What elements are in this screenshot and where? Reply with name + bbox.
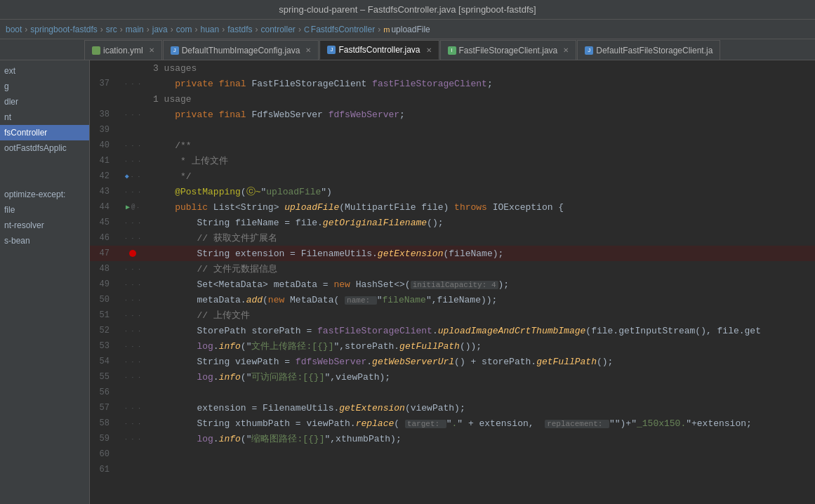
code-line-57: 57 · · · extension = FilenameUtils.getEx… <box>90 400 815 416</box>
sidebar-item-ext[interactable]: ext <box>0 63 89 79</box>
breadcrumb-huan[interactable]: huan <box>200 25 219 34</box>
tab-default-fast-file[interactable]: J DefaultFastFileStorageClient.ja <box>577 40 720 60</box>
breakpoint-icon[interactable] <box>129 250 136 257</box>
sidebar-item-file[interactable]: file <box>0 202 89 218</box>
interface-icon: I <box>448 46 456 55</box>
code-line-37: 37 · · · private final FastFileStorageCl… <box>90 76 815 91</box>
breadcrumb-main[interactable]: main <box>126 25 144 34</box>
gutter-dots: · · · <box>124 281 141 288</box>
code-line-56: 56 <box>90 385 815 400</box>
code-line-52: 52 · · · StorePath storePath = fastFileS… <box>90 323 815 338</box>
java-icon: J <box>327 46 336 54</box>
usage-hint-37: 3 usages <box>90 60 815 76</box>
gutter-dots: · · · <box>124 343 141 350</box>
gutter-dots: · · · <box>124 297 141 303</box>
sidebar-item-dler[interactable]: dler <box>0 94 89 110</box>
tab-label: ication.yml <box>103 46 143 55</box>
gutter-dots: · · · <box>124 436 141 442</box>
tab-bar: ication.yml ✕ J DefaultThumbImageConfig.… <box>0 39 815 60</box>
gutter-dots: · · · <box>124 220 141 226</box>
code-line-59: 59 · · · log.info("缩略图路径:[{}]",xthumbPat… <box>90 431 815 446</box>
gutter-dots: · · · <box>124 112 141 118</box>
window-title: spring-cloud-parent – FastdfsController.… <box>279 4 536 15</box>
breadcrumb-method[interactable]: uploadFile <box>391 25 430 34</box>
breadcrumb-java[interactable]: java <box>152 25 168 34</box>
breadcrumb-springboot[interactable]: springboot-fastdfs <box>30 25 97 34</box>
code-line-47: 47 String extension = FilenameUtils.getE… <box>90 246 815 261</box>
code-line-60: 60 <box>90 446 815 462</box>
code-line-48: 48 · · · // 文件元数据信息 <box>90 261 815 277</box>
gutter-dots: · · · <box>124 158 141 164</box>
code-editor[interactable]: 3 usages 37 · · · private final FastFile… <box>90 60 815 504</box>
tab-close-icon[interactable]: ✕ <box>149 46 154 54</box>
code-line-49: 49 · · · Set<MetaData> metaData = new Ha… <box>90 277 815 292</box>
gutter-dots: · · · <box>124 266 141 272</box>
method-icon: m <box>383 25 390 34</box>
usage-hint-38: 1 usage <box>90 91 815 107</box>
code-line-58: 58 · · · String xthumbPath = viewPath.re… <box>90 416 815 431</box>
breadcrumb-boot[interactable]: boot <box>6 25 22 34</box>
breadcrumb-class[interactable]: FastdfsController <box>311 25 375 34</box>
code-line-45: 45 · · · String fileName = file.getOrigi… <box>90 215 815 230</box>
code-line-54: 54 · · · String viewPath = fdfsWebServer… <box>90 354 815 369</box>
code-line-38: 38 · · · private final FdfsWebServer fdf… <box>90 107 815 122</box>
bookmark-icon: ◆ <box>125 172 129 180</box>
java-icon: J <box>171 46 179 55</box>
tab-label: FastFileStorageClient.java <box>459 46 558 55</box>
breadcrumb-controller[interactable]: controller <box>261 25 296 34</box>
gutter-dots: · · <box>131 173 140 180</box>
gutter-dots: · · · <box>124 359 141 365</box>
run-icon[interactable]: ▶ <box>126 203 130 211</box>
sidebar-item-bean[interactable]: s-bean <box>0 233 89 248</box>
tab-fast-file-storage[interactable]: I FastFileStorageClient.java ✕ <box>440 40 577 60</box>
sidebar-item-nt[interactable]: nt <box>0 110 89 125</box>
gutter-dots: · · · <box>124 81 141 87</box>
gutter-dots: · · · <box>124 420 141 427</box>
breadcrumb-bar: boot › springboot-fastdfs › src › main ›… <box>0 20 815 39</box>
code-line-51: 51 · · · // 上传文件 <box>90 307 815 323</box>
gutter-dots: · · · <box>124 328 141 334</box>
gutter-dots: · · · <box>124 405 141 411</box>
tab-close-icon[interactable]: ✕ <box>563 46 569 54</box>
sidebar: ext g dler nt fsController ootFastdfsApp… <box>0 60 90 504</box>
class-icon: C <box>304 25 310 34</box>
tab-close-icon[interactable]: ✕ <box>426 46 432 54</box>
main-area: ext g dler nt fsController ootFastdfsApp… <box>0 60 815 504</box>
code-line-61: 61 <box>90 462 815 477</box>
breadcrumb-fastdfs[interactable]: fastdfs <box>227 25 252 34</box>
tab-ication-yml[interactable]: ication.yml ✕ <box>84 40 162 60</box>
gutter-dots: · <box>136 204 140 211</box>
sidebar-item-resolver[interactable]: nt-resolver <box>0 218 89 233</box>
breadcrumb-src[interactable]: src <box>106 25 117 34</box>
sidebar-item-optimize[interactable]: optimize-except: <box>0 187 89 202</box>
sidebar-item-controller[interactable]: fsController <box>0 125 89 140</box>
java-icon: J <box>585 46 593 55</box>
gutter-dots: · · · <box>124 312 141 319</box>
gutter-dots: · · · <box>124 189 141 195</box>
code-line-41: 41 · · · * 上传文件 <box>90 153 815 168</box>
code-container: 3 usages 37 · · · private final FastFile… <box>90 60 815 504</box>
code-line-53: 53 · · · log.info("文件上传路径:[{}]",storePat… <box>90 338 815 354</box>
tab-label: DefaultThumbImageConfig.java <box>182 46 300 55</box>
code-line-55: 55 · · · log.info("可访问路径:[{}]",viewPath)… <box>90 369 815 385</box>
tab-close-icon[interactable]: ✕ <box>305 46 311 54</box>
tab-fastdfs-controller[interactable]: J FastdfsController.java ✕ <box>319 40 439 60</box>
sidebar-item-blank1 <box>0 156 89 171</box>
code-line-40: 40 · · · /** <box>90 138 815 153</box>
sidebar-item-blank2 <box>0 171 89 187</box>
yml-icon <box>92 46 100 55</box>
at-icon: @ <box>131 204 135 211</box>
gutter-dots: · · · <box>124 235 141 241</box>
code-line-42: 42 ◆ · · */ <box>90 168 815 184</box>
breadcrumb-com[interactable]: com <box>176 25 192 34</box>
code-line-39: 39 <box>90 122 815 138</box>
gutter-dots: · · · <box>124 374 141 380</box>
code-line-43: 43 · · · @PostMapping(ⓒ~"uploadFile") <box>90 184 815 199</box>
sidebar-item-applic[interactable]: ootFastdfsApplic <box>0 140 89 156</box>
sidebar-item-g[interactable]: g <box>0 79 89 94</box>
code-line-50: 50 · · · metaData.add(new MetaData( name… <box>90 292 815 307</box>
title-bar: spring-cloud-parent – FastdfsController.… <box>0 0 815 20</box>
tab-default-thumb[interactable]: J DefaultThumbImageConfig.java ✕ <box>163 40 319 60</box>
gutter-dots: · · · <box>124 142 141 149</box>
tab-label: FastdfsController.java <box>338 45 420 55</box>
